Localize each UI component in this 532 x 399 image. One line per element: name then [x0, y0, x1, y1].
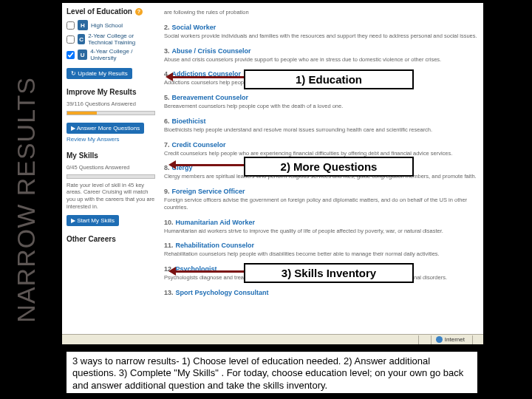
edu-row-h[interactable]: HHigh School [66, 20, 157, 30]
result-number: 2. [164, 24, 170, 31]
start-skills-button[interactable]: ▶ Start My Skills [66, 215, 119, 226]
status-segment [472, 335, 482, 344]
arrow-annotation-2 [171, 164, 244, 166]
help-icon[interactable]: ? [135, 8, 143, 16]
result-title: Social Worker [172, 24, 216, 31]
edu-checkbox-h[interactable] [66, 21, 75, 30]
callout-more-questions: 2) More Questions [244, 157, 414, 177]
answer-more-button[interactable]: ▶ Answer More Questions [66, 123, 144, 134]
edu-badge-u: U [78, 50, 87, 60]
result-number: 3. [164, 47, 170, 55]
skills-block: My Skills 0/45 Questions Answered Rate y… [66, 151, 157, 226]
result-number: 7. [164, 141, 170, 149]
improve-block: Improve My Results 39/116 Questions Answ… [66, 88, 157, 143]
improve-progress-fill [67, 112, 97, 115]
result-link[interactable]: 6.Bioethicist [164, 117, 206, 125]
result-number: 13. [164, 289, 174, 296]
result-desc: Social workers provide individuals and f… [164, 33, 479, 40]
status-zone-text: Internet [445, 336, 465, 343]
skills-blurb: Rate your level of skill in 45 key areas… [66, 182, 157, 211]
arrow-annotation-1 [168, 76, 244, 78]
result-desc: Credit counselors help people who are ex… [164, 150, 479, 157]
result-desc: Foreign service officers advise the gove… [164, 197, 479, 211]
result-desc: Humanitarian aid workers strive to impro… [164, 228, 479, 235]
filter-sidebar: Level of Education ? HHigh School C2-Yea… [62, 3, 161, 256]
result-link[interactable]: 5.Bereavement Counselor [164, 94, 248, 101]
result-link[interactable]: 9.Foreign Service Officer [164, 188, 245, 195]
edu-row-c[interactable]: C2-Year College or Technical Training [66, 33, 157, 46]
improve-progress-label: 39/116 Questions Answered [66, 100, 157, 108]
globe-icon [436, 336, 443, 343]
caption-text: 3 ways to narrow results- 1) Choose leve… [72, 355, 463, 391]
slide: NARROW RESULTS Level of Education ? HHig… [0, 0, 532, 399]
callout-education: 1) Education [244, 69, 414, 89]
result-number: 6. [164, 117, 170, 125]
result-number: 11. [164, 242, 174, 249]
result-title: Credit Counselor [172, 141, 226, 149]
result-link[interactable]: 11.Rehabilitation Counselor [164, 242, 254, 249]
other-heading: Other Careers [66, 235, 157, 243]
result-desc: Abuse and crisis counselors provide supp… [164, 56, 479, 64]
edu-label-c: 2-Year College or Technical Training [88, 33, 157, 46]
browser-statusbar: Internet [62, 334, 483, 344]
status-zone: Internet [431, 335, 469, 344]
education-block: Level of Education ? HHigh School C2-Yea… [66, 7, 157, 79]
edu-label-u: 4-Year College / University [90, 48, 157, 61]
education-heading-text: Level of Education [66, 7, 132, 16]
list-item[interactable]: 9.Foreign Service OfficerForeign service… [164, 188, 479, 211]
list-item[interactable]: 6.BioethicistBioethicists help people un… [164, 117, 479, 134]
caption-box: 3 ways to narrow results- 1) Choose leve… [65, 350, 479, 395]
result-link[interactable]: 2.Social Worker [164, 24, 216, 31]
callout-skills: 3) Skills Inventory [244, 263, 414, 283]
result-title: Bereavement Counselor [172, 94, 249, 101]
callout-text: 2) More Questions [281, 160, 378, 173]
result-title: Abuse / Crisis Counselor [172, 47, 251, 55]
improve-heading: Improve My Results [66, 88, 157, 96]
skills-progress-bar [66, 174, 155, 179]
result-title: Bioethicist [172, 117, 206, 125]
result-link[interactable]: 7.Credit Counselor [164, 141, 226, 149]
result-desc: Bereavement counselors help people cope … [164, 103, 479, 110]
update-results-button[interactable]: ↻ Update My Results [66, 68, 132, 79]
skills-progress-label: 0/45 Questions Answered [66, 164, 157, 171]
result-title: Humanitarian Aid Worker [176, 219, 256, 226]
list-item[interactable]: 11.Rehabilitation CounselorRehabilitatio… [164, 242, 479, 258]
result-number: 9. [164, 188, 170, 195]
result-desc: Rehabilitation counselors help people wi… [164, 250, 479, 258]
list-item[interactable]: 2.Social WorkerSocial workers provide in… [164, 24, 479, 40]
result-number: 10. [164, 219, 174, 226]
callout-text: 1) Education [296, 73, 362, 86]
other-careers-block: Other Careers [66, 235, 157, 243]
review-answers-link[interactable]: Review My Answers [66, 136, 157, 143]
result-title: Sport Psychology Consultant [176, 289, 269, 296]
callout-text: 3) Skills Inventory [282, 267, 376, 279]
result-link[interactable]: 10.Humanitarian Aid Worker [164, 219, 255, 226]
edu-badge-h: H [78, 20, 88, 30]
education-heading: Level of Education ? [66, 7, 157, 16]
edu-checkbox-c[interactable] [66, 35, 75, 44]
list-item[interactable]: 10.Humanitarian Aid WorkerHumanitarian a… [164, 219, 479, 235]
result-link[interactable]: 13.Sport Psychology Consultant [164, 289, 269, 296]
vertical-title-text: NARROW RESULTS [12, 77, 41, 323]
vertical-title: NARROW RESULTS [0, 0, 52, 399]
list-item[interactable]: 7.Credit CounselorCredit counselors help… [164, 141, 479, 157]
status-segment [418, 335, 428, 344]
edu-row-u[interactable]: U4-Year College / University [66, 48, 157, 61]
arrow-annotation-3 [171, 270, 244, 273]
result-desc: are following the rules of probation [164, 9, 479, 16]
list-item: are following the rules of probation [164, 9, 479, 16]
list-item[interactable]: 5.Bereavement CounselorBereavement couns… [164, 94, 479, 110]
result-link[interactable]: 3.Abuse / Crisis Counselor [164, 47, 251, 55]
edu-badge-c: C [78, 34, 85, 44]
result-title: Rehabilitation Counselor [176, 242, 255, 249]
list-item[interactable]: 13.Sport Psychology Consultant [164, 289, 479, 296]
skills-heading: My Skills [66, 151, 157, 160]
edu-label-h: High School [91, 22, 123, 29]
result-desc: Bioethicists help people understand and … [164, 126, 479, 134]
improve-progress-bar [66, 111, 155, 115]
list-item[interactable]: 3.Abuse / Crisis CounselorAbuse and cris… [164, 47, 479, 64]
result-title: Foreign Service Officer [172, 188, 245, 195]
edu-checkbox-u[interactable] [66, 51, 75, 59]
result-number: 5. [164, 94, 170, 101]
